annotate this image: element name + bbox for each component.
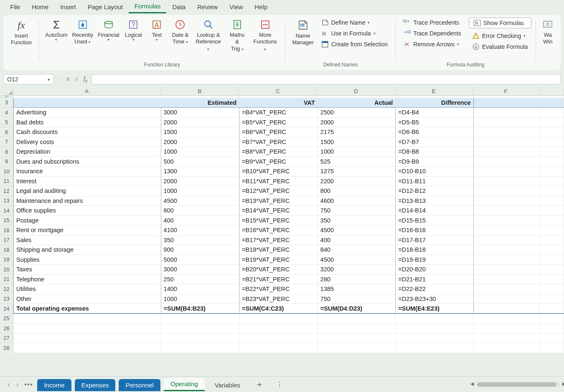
cell[interactable]: Cash discounts	[14, 127, 161, 137]
cell[interactable]	[539, 137, 564, 147]
cell[interactable]	[239, 324, 318, 334]
cell[interactable]: =SUM(D4:D23)	[318, 304, 396, 314]
row-header[interactable]: 17	[0, 235, 13, 245]
cell[interactable]	[473, 98, 539, 108]
cell[interactable]	[539, 186, 564, 196]
cell[interactable]: 1500	[161, 127, 239, 137]
cell[interactable]: 2000	[161, 137, 239, 147]
cell[interactable]	[14, 98, 161, 108]
cell[interactable]: 4100	[161, 225, 239, 235]
cell[interactable]: =D6-B6	[396, 127, 473, 137]
cell[interactable]	[396, 324, 473, 334]
cell[interactable]: =B9*VAT_PERC	[239, 157, 318, 167]
row-header[interactable]: 10	[0, 167, 13, 177]
cell[interactable]: =D9-B9	[396, 157, 473, 167]
cell[interactable]	[473, 137, 539, 147]
cell[interactable]	[473, 284, 539, 294]
cell[interactable]: Office supplies	[14, 206, 161, 216]
cell[interactable]	[473, 108, 539, 118]
fx-icon[interactable]: fx	[81, 76, 90, 83]
cell[interactable]	[473, 196, 539, 206]
cell[interactable]: Delivery costs	[14, 137, 161, 147]
sheet-tab-expenses[interactable]: Expenses	[75, 379, 116, 391]
menu-data[interactable]: Data	[166, 1, 191, 13]
cell[interactable]	[473, 215, 539, 225]
evaluate-formula-button[interactable]: fx Evaluate Formula	[469, 42, 531, 52]
cell[interactable]	[473, 333, 539, 343]
cell[interactable]: 1385	[318, 284, 396, 294]
menu-home[interactable]: Home	[26, 1, 54, 13]
sheet-tab-income[interactable]: Income	[37, 379, 71, 391]
cell[interactable]	[14, 314, 161, 324]
row-header[interactable]: 22	[0, 284, 13, 294]
row-header[interactable]: 4	[0, 108, 13, 118]
cell[interactable]: Sales	[14, 235, 161, 245]
cell[interactable]	[473, 225, 539, 235]
create-from-selection-button[interactable]: Create from Selection	[318, 39, 391, 49]
logical-button[interactable]: ? Logical▾	[122, 18, 145, 43]
cell[interactable]: 900	[161, 245, 239, 255]
cell[interactable]	[161, 314, 239, 324]
row-header[interactable]: 12	[0, 186, 13, 196]
name-manager-button[interactable]: NameManager	[290, 18, 316, 46]
cell[interactable]	[318, 343, 396, 353]
row-header[interactable]: 9	[0, 157, 13, 167]
cell[interactable]: =B6*VAT_PERC	[239, 127, 318, 137]
lookup-reference-button[interactable]: Lookup &Reference ▾	[192, 18, 225, 52]
cell[interactable]: 1400	[161, 284, 239, 294]
cell[interactable]	[539, 324, 564, 334]
cell[interactable]: =D16-B16	[396, 225, 473, 235]
menu-formulas[interactable]: Formulas	[129, 0, 167, 13]
cell[interactable]	[539, 304, 564, 314]
cell[interactable]: =D18-B18	[396, 245, 473, 255]
cell[interactable]: =SUM(E4:E23)	[396, 304, 473, 314]
cell[interactable]: =B15*VAT_PERC	[239, 215, 318, 225]
row-header[interactable]: 28	[0, 343, 13, 353]
cell[interactable]: 1000	[161, 147, 239, 157]
cell[interactable]	[539, 284, 564, 294]
cell[interactable]	[539, 274, 564, 284]
cell[interactable]: 3000	[161, 108, 239, 118]
cell[interactable]: =B16*VAT_PERC	[239, 225, 318, 235]
row-header[interactable]: 6	[0, 127, 13, 137]
cell[interactable]: =D7-B7	[396, 137, 473, 147]
define-name-button[interactable]: Define Name▾	[318, 18, 391, 28]
cell[interactable]: =D13-B13	[396, 196, 473, 206]
cell[interactable]: Difference	[396, 98, 473, 108]
menu-insert[interactable]: Insert	[54, 1, 82, 13]
cell[interactable]	[539, 265, 564, 275]
cell[interactable]	[539, 333, 564, 343]
cell[interactable]: =D20-B20	[396, 265, 473, 275]
cell[interactable]: 4600	[318, 196, 396, 206]
cell[interactable]: 4500	[318, 225, 396, 235]
row-header[interactable]: 11	[0, 176, 13, 186]
cell[interactable]: Legal and auditing	[14, 186, 161, 196]
maths-trig-button[interactable]: θ Maths &Trig ▾	[225, 18, 249, 52]
text-button[interactable]: A Text▾	[145, 18, 168, 43]
cell[interactable]: 1000	[161, 186, 239, 196]
cell[interactable]	[539, 294, 564, 304]
cell[interactable]: Total operating expenses	[14, 304, 161, 314]
cell[interactable]	[239, 343, 318, 353]
cell[interactable]: 800	[161, 206, 239, 216]
cell[interactable]	[473, 176, 539, 186]
cell[interactable]: Other	[14, 294, 161, 304]
col-header[interactable]	[539, 87, 564, 96]
cell[interactable]: Supplies	[14, 255, 161, 265]
row-header[interactable]: 8	[0, 147, 13, 157]
cell[interactable]: Depreciation	[14, 147, 161, 157]
cell[interactable]: 4500	[161, 196, 239, 206]
cell[interactable]: =D10-B10	[396, 167, 473, 177]
show-formulas-button[interactable]: fx Show Formulas	[469, 18, 531, 28]
cell[interactable]: Taxes	[14, 265, 161, 275]
cell[interactable]	[473, 206, 539, 216]
cell[interactable]	[539, 147, 564, 157]
cell[interactable]	[14, 324, 161, 334]
menu-review[interactable]: Review	[191, 1, 224, 13]
cell[interactable]: =SUM(C4:C23)	[239, 304, 318, 314]
row-header[interactable]: 15	[0, 215, 13, 225]
cell[interactable]: 525	[318, 157, 396, 167]
cell[interactable]: 2000	[318, 117, 396, 127]
spreadsheet-grid[interactable]: A B C D E F 2345678910111213141516171819…	[0, 87, 564, 353]
cell[interactable]	[539, 343, 564, 353]
